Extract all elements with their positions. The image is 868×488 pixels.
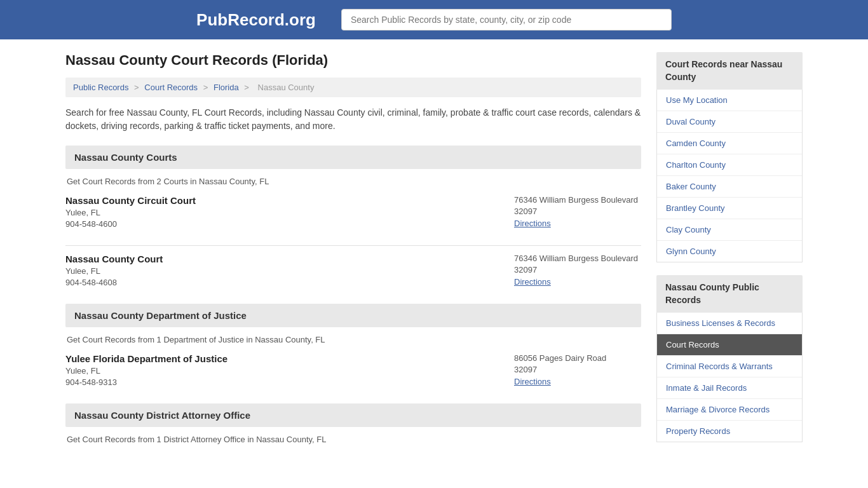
sidebar-item-property-records[interactable]: Property Records [657, 421, 802, 442]
breadcrumb-florida[interactable]: Florida [214, 83, 239, 92]
sidebar-item-clay[interactable]: Clay County [657, 219, 802, 241]
page-title: Nassau County Court Records (Florida) [65, 52, 641, 69]
divider-1 [65, 245, 641, 246]
doj-section-desc: Get Court Records from 1 Department of J… [65, 335, 641, 344]
breadcrumb: Public Records > Court Records > Florida… [65, 78, 641, 97]
nearby-section-title: Court Records near Nassau County [656, 52, 803, 90]
directions-link-county[interactable]: Directions [514, 277, 551, 287]
court-phone-doj: 904-548-9313 [65, 377, 227, 387]
sidebar-item-criminal-records[interactable]: Criminal Records & Warrants [657, 356, 802, 377]
nearby-list: Use My Location Duval County Camden Coun… [656, 90, 803, 262]
breadcrumb-public-records[interactable]: Public Records [73, 83, 128, 92]
sidebar-item-court-records[interactable]: Court Records [657, 334, 802, 356]
court-entry-circuit-right: 76346 William Burgess Boulevard 32097 Di… [514, 195, 641, 229]
sidebar-item-baker[interactable]: Baker County [657, 176, 802, 198]
sidebar-item-use-location[interactable]: Use My Location [657, 90, 802, 111]
court-city-county: Yulee, FL [65, 266, 163, 276]
page-description: Search for free Nassau County, FL Court … [65, 106, 641, 133]
court-entry-county: Nassau County Court Yulee, FL 904-548-46… [65, 254, 641, 291]
court-addr1-circuit: 76346 William Burgess Boulevard [514, 195, 641, 205]
directions-link-circuit[interactable]: Directions [514, 219, 551, 228]
courts-section-desc: Get Court Records from 2 Courts in Nassa… [65, 177, 641, 186]
court-addr2-circuit: 32097 [514, 207, 641, 216]
breadcrumb-sep-2: > [203, 83, 208, 92]
sidebar-item-glynn[interactable]: Glynn County [657, 241, 802, 262]
sidebar-item-camden[interactable]: Camden County [657, 133, 802, 154]
doj-section-header: Nassau County Department of Justice [65, 304, 641, 327]
court-addr1-county: 76346 William Burgess Boulevard [514, 254, 641, 263]
header: PubRecord.org [0, 0, 868, 39]
court-name-county[interactable]: Nassau County Court [65, 254, 163, 264]
breadcrumb-court-records[interactable]: Court Records [144, 83, 198, 92]
sidebar-item-inmate-jail[interactable]: Inmate & Jail Records [657, 377, 802, 399]
court-entry-county-right: 76346 William Burgess Boulevard 32097 Di… [514, 254, 641, 287]
court-city-circuit: Yulee, FL [65, 208, 196, 217]
breadcrumb-nassau: Nassau County [258, 83, 315, 92]
court-entry-doj-left: Yulee Florida Department of Justice Yule… [65, 353, 227, 387]
breadcrumb-sep-3: > [244, 83, 249, 92]
sidebar-item-brantley[interactable]: Brantley County [657, 198, 802, 219]
content-area: Nassau County Court Records (Florida) Pu… [65, 52, 641, 455]
court-phone-circuit: 904-548-4600 [65, 219, 196, 229]
court-name-circuit[interactable]: Nassau County Circuit Court [65, 195, 196, 206]
court-entry-doj: Yulee Florida Department of Justice Yule… [65, 353, 641, 391]
court-entry-circuit-left: Nassau County Circuit Court Yulee, FL 90… [65, 195, 196, 229]
court-entry-doj-right: 86056 Pages Dairy Road 32097 Directions [514, 353, 641, 387]
court-addr2-county: 32097 [514, 265, 641, 274]
courts-section-header: Nassau County Courts [65, 146, 641, 169]
main-container: Nassau County Court Records (Florida) Pu… [53, 39, 815, 468]
sidebar-item-charlton[interactable]: Charlton County [657, 154, 802, 176]
site-logo[interactable]: PubRecord.org [196, 10, 316, 30]
court-name-doj[interactable]: Yulee Florida Department of Justice [65, 353, 227, 364]
sidebar-item-marriage-divorce[interactable]: Marriage & Divorce Records [657, 399, 802, 421]
dao-section-header: Nassau County District Attorney Office [65, 403, 641, 427]
breadcrumb-sep-1: > [134, 83, 139, 92]
court-entry-circuit: Nassau County Circuit Court Yulee, FL 90… [65, 195, 641, 233]
sidebar-item-business-licenses[interactable]: Business Licenses & Records [657, 313, 802, 334]
court-addr2-doj: 32097 [514, 365, 641, 374]
directions-link-doj[interactable]: Directions [514, 377, 551, 386]
court-phone-county: 904-548-4608 [65, 278, 163, 287]
sidebar-item-duval[interactable]: Duval County [657, 111, 802, 133]
sidebar: Court Records near Nassau County Use My … [656, 52, 803, 455]
court-addr1-doj: 86056 Pages Dairy Road [514, 353, 641, 363]
court-city-doj: Yulee, FL [65, 366, 227, 376]
dao-section-desc: Get Court Records from 1 District Attorn… [65, 435, 641, 444]
search-input[interactable] [341, 9, 672, 30]
public-records-list: Business Licenses & Records Court Record… [656, 313, 803, 442]
public-records-section-title: Nassau County Public Records [656, 275, 803, 313]
court-entry-county-left: Nassau County Court Yulee, FL 904-548-46… [65, 254, 163, 287]
